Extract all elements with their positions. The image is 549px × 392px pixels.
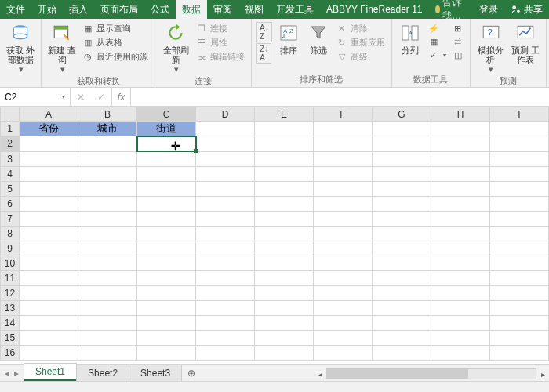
tab-page-layout[interactable]: 页面布局 [94, 0, 144, 19]
cell[interactable] [314, 212, 373, 227]
tab-formulas[interactable]: 公式 [144, 0, 176, 19]
cell[interactable] [20, 346, 78, 361]
cell[interactable] [431, 286, 490, 301]
cell[interactable] [431, 167, 490, 182]
cell[interactable] [490, 136, 549, 151]
cell[interactable] [20, 182, 78, 197]
sort-asc-button[interactable]: A↓Z [256, 22, 272, 42]
flash-fill-button[interactable]: ⚡ [427, 22, 448, 34]
col-header-d[interactable]: D [196, 107, 255, 122]
remove-duplicates-button[interactable]: ▦ [427, 35, 448, 48]
cell[interactable] [255, 122, 314, 136]
cell[interactable] [255, 212, 314, 227]
cell[interactable] [255, 167, 314, 182]
sheet-nav-prev[interactable]: ◂ [5, 368, 9, 379]
cell[interactable] [137, 271, 196, 286]
cell[interactable] [314, 182, 373, 197]
cell[interactable] [78, 197, 137, 212]
get-external-data-button[interactable]: 获取 外部数据▾ [5, 22, 36, 74]
new-query-button[interactable]: 新建 查询▾ [46, 22, 78, 74]
cell[interactable] [373, 271, 431, 286]
cell[interactable] [490, 331, 549, 346]
cell[interactable] [20, 316, 78, 331]
sort-button[interactable]: AZ 排序 [275, 22, 302, 55]
row-header[interactable]: 4 [1, 167, 20, 182]
cell[interactable] [255, 316, 314, 331]
cell[interactable] [255, 152, 314, 167]
cell[interactable] [314, 316, 373, 331]
col-header-g[interactable]: G [373, 107, 431, 122]
data-validation-button[interactable]: ✓▾ [427, 49, 448, 61]
cell[interactable] [431, 182, 490, 197]
cell[interactable] [137, 197, 196, 212]
text-to-columns-button[interactable]: 分列 [397, 22, 424, 55]
cell[interactable] [314, 152, 373, 167]
connections-button[interactable]: ❐连接 [195, 22, 246, 35]
cell[interactable] [373, 182, 431, 197]
cell[interactable] [137, 212, 196, 227]
cell[interactable] [314, 286, 373, 301]
cell[interactable] [431, 122, 490, 136]
row-header[interactable]: 16 [1, 346, 20, 361]
cell[interactable] [431, 316, 490, 331]
cell[interactable] [78, 301, 137, 316]
cell-a1[interactable]: 省份 [20, 122, 78, 136]
cell[interactable] [78, 227, 137, 241]
cell[interactable] [196, 212, 255, 227]
cell[interactable] [373, 346, 431, 361]
row-header[interactable]: 13 [1, 301, 20, 316]
share-button[interactable]: 共享 [504, 3, 549, 16]
col-header-h[interactable]: H [431, 107, 490, 122]
cell[interactable] [373, 286, 431, 301]
cell[interactable] [196, 286, 255, 301]
cell[interactable] [431, 241, 490, 256]
cell[interactable] [196, 346, 255, 361]
cell[interactable] [490, 167, 549, 182]
add-sheet-button[interactable]: ⊕ [181, 365, 202, 381]
whatif-button[interactable]: ? 模拟分析▾ [475, 22, 507, 74]
cell[interactable] [20, 212, 78, 227]
show-queries-button[interactable]: ▦显示查询 [81, 22, 150, 35]
cell[interactable] [196, 197, 255, 212]
cell[interactable] [490, 316, 549, 331]
row-header[interactable]: 3 [1, 152, 20, 167]
cell[interactable] [137, 346, 196, 361]
cell[interactable] [373, 241, 431, 256]
refresh-all-button[interactable]: 全部刷新▾ [160, 22, 191, 74]
cell[interactable] [490, 241, 549, 256]
cell[interactable] [490, 122, 549, 136]
cell[interactable] [373, 256, 431, 271]
cell[interactable] [20, 167, 78, 182]
cell[interactable] [137, 152, 196, 167]
cell[interactable] [431, 256, 490, 271]
cell[interactable] [196, 122, 255, 136]
cell[interactable] [78, 316, 137, 331]
cell[interactable] [490, 301, 549, 316]
cell[interactable] [196, 152, 255, 167]
cell[interactable] [431, 271, 490, 286]
tab-data[interactable]: 数据 [176, 0, 207, 19]
tab-insert[interactable]: 插入 [63, 0, 94, 19]
horizontal-scrollbar[interactable]: ◂ ▸ [314, 367, 549, 381]
cell-b1[interactable]: 城市 [78, 122, 137, 136]
cell[interactable] [137, 256, 196, 271]
sheet-nav-next[interactable]: ▸ [14, 368, 19, 379]
cell[interactable] [20, 271, 78, 286]
cell[interactable] [255, 301, 314, 316]
cell[interactable] [78, 271, 137, 286]
cell-b2[interactable] [78, 136, 137, 151]
cell[interactable] [255, 197, 314, 212]
cell[interactable] [490, 271, 549, 286]
cell[interactable] [196, 136, 255, 151]
cell[interactable] [196, 227, 255, 241]
cell[interactable] [373, 136, 431, 151]
cell[interactable] [490, 286, 549, 301]
cell[interactable] [20, 301, 78, 316]
col-header-e[interactable]: E [255, 107, 314, 122]
cell[interactable] [137, 227, 196, 241]
cell[interactable] [314, 346, 373, 361]
cell[interactable] [373, 212, 431, 227]
worksheet-grid[interactable]: A B C D E F G H I 1 省份 城市 街道 2 345678910… [0, 107, 549, 373]
cell[interactable] [255, 346, 314, 361]
cell[interactable] [137, 182, 196, 197]
